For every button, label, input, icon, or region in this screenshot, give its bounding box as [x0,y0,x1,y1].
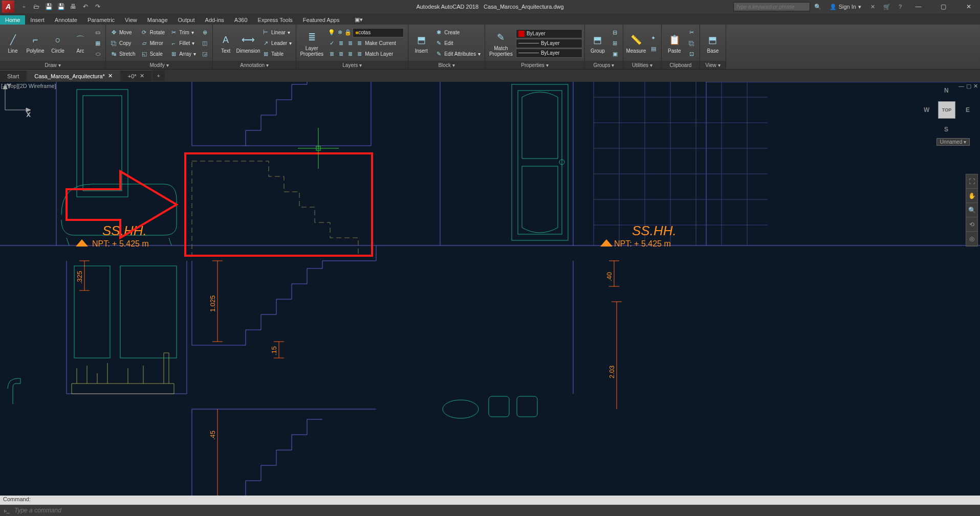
copyclip-icon[interactable]: ⿻ [686,38,698,49]
mirror-button[interactable]: ▱Mirror [139,38,167,49]
hatch-icon[interactable]: ▦ [92,38,103,49]
polyline-button[interactable]: ⌐Polyline [25,27,46,60]
redo-icon[interactable]: ↷ [93,2,102,11]
nav-pan-icon[interactable]: ✋ [966,189,977,203]
tab-parametric[interactable]: Parametric [82,15,120,25]
panel-groups-title[interactable]: Groups ▾ [585,61,623,69]
array-button[interactable]: ⊞Array ▾ [168,49,198,59]
search-input[interactable] [733,2,810,11]
nav-wheel-icon[interactable]: ◎ [966,232,977,246]
color-dropdown[interactable]: ByLayer [516,29,582,38]
ellipse-icon[interactable]: ⬭ [92,49,103,59]
panel-modify-title[interactable]: Modify ▾ [106,61,212,69]
panel-utilities-title[interactable]: Utilities ▾ [623,61,661,69]
undo-icon[interactable]: ↶ [81,2,90,11]
leader-button[interactable]: ↗Leader ▾ [260,38,294,49]
panel-draw-title[interactable]: Draw ▾ [0,61,105,69]
viewcube-top[interactable]: TOP [938,101,955,119]
panel-layers-title[interactable]: Layers ▾ [296,61,408,69]
viewcube-w[interactable]: W [924,106,929,114]
create-button[interactable]: ✱Create [433,28,483,38]
tab-featured[interactable]: Featured Apps [298,15,345,25]
tab-view[interactable]: View [120,15,142,25]
fillet-button[interactable]: ⌐Fillet ▾ [168,38,198,49]
minimize-button[interactable]: — [907,0,930,13]
nav-orbit-icon[interactable]: ⟲ [966,217,977,232]
tab-home[interactable]: Home [0,15,25,25]
exchange-icon[interactable]: ✕ [867,4,878,10]
layerprops-button[interactable]: ≣Layer Properties [298,27,325,60]
save-icon[interactable]: 💾 [44,2,53,11]
linear-button[interactable]: ⊢Linear ▾ [260,28,294,38]
ucs-name-button[interactable]: Unnamed ▾ [937,138,970,146]
tab-insert[interactable]: Insert [25,15,50,25]
tab-focus[interactable]: ▣▾ [350,15,368,25]
panel-annotation-title[interactable]: Annotation ▾ [213,61,296,69]
signin-button[interactable]: 👤 Sign In ▾ [825,4,865,10]
viewcube-e[interactable]: E [966,106,970,114]
util1-icon[interactable]: ✦ [648,33,659,43]
tab-annotate[interactable]: Annotate [50,15,82,25]
panel-view-title[interactable]: View ▾ [700,61,726,69]
copybase-icon[interactable]: ⊡ [686,49,698,59]
make-current-button[interactable]: ✓≣≣≣Make Current [326,38,406,49]
table-button[interactable]: ⊞Table [260,49,294,59]
new-tab-button[interactable]: + [153,71,165,81]
scale-button[interactable]: ◱Scale [139,49,167,59]
stretch-button[interactable]: ↹Stretch [108,49,138,59]
maximize-button[interactable]: ▢ [932,0,955,13]
tab-file1[interactable]: Casa_Marcos_Arquitectura*✕ [27,70,120,81]
nav-full-icon[interactable]: ⛶ [966,174,977,189]
autocad-logo[interactable]: A [2,1,14,13]
drawing-canvas[interactable]: [-][Top][2D Wireframe] — ▢ ✕ [0,82,980,496]
move-button[interactable]: ✥Move [108,28,138,38]
panel-properties-title[interactable]: Properties ▾ [485,61,584,69]
matchprops-button[interactable]: ✎Match Properties [487,27,515,60]
copy-button[interactable]: ⿻Copy [108,38,138,49]
ungroup-icon[interactable]: ⊟ [609,28,621,38]
tab-a360[interactable]: A360 [229,15,253,25]
tab-manage[interactable]: Manage [142,15,173,25]
command-input[interactable] [11,507,978,514]
insert-button[interactable]: ⬒Insert [410,27,432,60]
viewcube-s[interactable]: S [944,126,948,133]
trim-button[interactable]: ✂Trim ▾ [168,28,198,38]
editattr-button[interactable]: ✎Edit Attributes ▾ [433,49,483,59]
linetype-dropdown[interactable]: ByLayer [516,49,582,58]
arc-button[interactable]: ⌒Arc [70,27,91,60]
dimension-button[interactable]: ⟷Dimension [237,27,259,60]
current-layer-dropdown[interactable]: ■ cotas [353,28,404,37]
close-button[interactable]: ✕ [957,0,980,13]
groupedit-icon[interactable]: ⊞ [609,38,621,49]
open-icon[interactable]: 🗁 [32,2,41,11]
match-layer-button[interactable]: ≣≣≣≣Match Layer [326,49,406,59]
close-tab-icon[interactable]: ✕ [108,73,113,79]
tab-file2[interactable]: +0*✕ [121,70,151,81]
panel-clipboard-title[interactable]: Clipboard [662,61,700,69]
saveas-icon[interactable]: 💾 [56,2,66,11]
lineweight-dropdown[interactable]: ByLayer [516,39,582,48]
viewcube[interactable]: N S W E TOP [924,87,970,133]
group-button[interactable]: ⬒Group [587,27,608,60]
panel-block-title[interactable]: Block ▾ [408,61,485,69]
tab-addins[interactable]: Add-ins [200,15,229,25]
new-icon[interactable]: ▫ [19,2,29,11]
plot-icon[interactable]: 🖶 [69,2,78,11]
rotate-button[interactable]: ⟳Rotate [139,28,167,38]
help-icon[interactable]: ? [896,4,905,10]
edit-button[interactable]: ✎Edit [433,38,483,49]
tab-start[interactable]: Start [0,70,26,81]
measure-button[interactable]: 📏Measure [625,27,647,60]
tab-express[interactable]: Express Tools [253,15,298,25]
extra1-icon[interactable]: ⊕ [199,28,210,38]
close-tab2-icon[interactable]: ✕ [140,73,144,79]
tab-output[interactable]: Output [173,15,200,25]
line-button[interactable]: ╱Line [2,27,24,60]
cut-icon[interactable]: ✂ [686,28,698,38]
nav-zoom-icon[interactable]: 🔍 [966,203,977,217]
paste-button[interactable]: 📋Paste [664,27,685,60]
groupbbox-icon[interactable]: ▣ [609,49,621,59]
rect-icon[interactable]: ▭ [92,28,103,38]
util2-icon[interactable]: ▤ [648,43,659,54]
cmd-prompt-icon[interactable]: ▹_ [2,506,11,514]
